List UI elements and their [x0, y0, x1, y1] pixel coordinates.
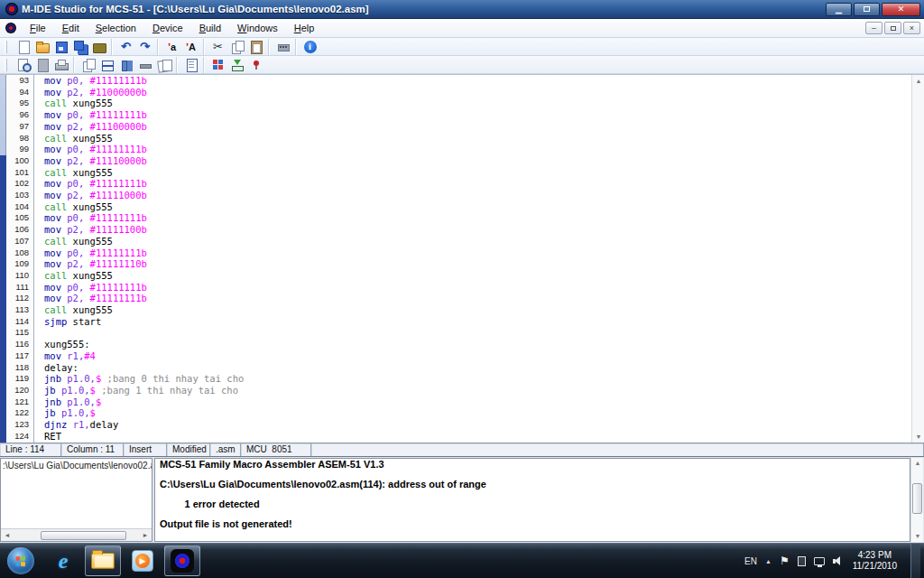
- toolbar-group: ✂: [206, 39, 269, 55]
- output-line: [160, 489, 910, 499]
- lowercase-button[interactable]: ’a: [162, 39, 181, 55]
- menu-build[interactable]: Build: [191, 21, 229, 35]
- redo-button[interactable]: ↷: [135, 39, 154, 55]
- mdi-close-button[interactable]: ×: [903, 22, 920, 34]
- code-line: mov p0, #11111111b: [35, 282, 911, 294]
- about-button[interactable]: i: [300, 39, 319, 55]
- toolbar-group: [179, 57, 204, 73]
- code-area[interactable]: mov p0, #11111111bmov p2, #11000000bcall…: [35, 75, 911, 443]
- toolbar-group: [11, 57, 74, 73]
- file-list-item[interactable]: :\Users\Lu Gia\Documents\lenovo02.asm: [1, 459, 152, 471]
- scroll-up-icon[interactable]: ▲: [911, 458, 924, 469]
- toolbar-grip[interactable]: [5, 41, 7, 53]
- columns-icon: [119, 58, 134, 72]
- print-icon: [54, 58, 69, 72]
- scroll-down-icon[interactable]: ▼: [911, 531, 924, 542]
- duplicate-button[interactable]: [79, 57, 97, 73]
- windows-logo-icon: [16, 555, 26, 566]
- close-button[interactable]: ✕: [882, 3, 920, 16]
- copy-button[interactable]: [227, 39, 246, 55]
- document-icon: [5, 23, 16, 33]
- menu-device[interactable]: Device: [144, 21, 191, 35]
- file-list: :\Users\Lu Gia\Documents\lenovo02.asm: [1, 459, 152, 471]
- menu-windows[interactable]: Windows: [229, 21, 286, 35]
- build-output-panel[interactable]: MCS-51 Family Macro Assembler ASEM-51 V1…: [154, 458, 910, 542]
- save-button[interactable]: [51, 39, 70, 55]
- notes-button[interactable]: [181, 57, 200, 73]
- columns-button[interactable]: [116, 57, 135, 73]
- action-center-icon[interactable]: ⚑: [780, 555, 790, 567]
- show-desktop-button[interactable]: [910, 544, 920, 578]
- open-file-icon: [35, 40, 50, 54]
- assemble-button[interactable]: [208, 57, 227, 73]
- line-number: 94: [6, 87, 33, 98]
- paste-button[interactable]: [246, 39, 265, 55]
- vscroll-thumb[interactable]: [912, 483, 922, 514]
- toolbar-grip[interactable]: [5, 59, 7, 71]
- file-list-panel[interactable]: :\Users\Lu Gia\Documents\lenovo02.asm ◄ …: [0, 458, 152, 542]
- language-indicator[interactable]: EN: [744, 556, 757, 566]
- open-file-button[interactable]: [32, 39, 51, 55]
- page-setup-button[interactable]: [32, 57, 51, 73]
- volume-icon[interactable]: [833, 556, 845, 566]
- close-file-button[interactable]: [89, 39, 108, 55]
- print-button[interactable]: [51, 57, 70, 73]
- minimize-button[interactable]: ▁: [826, 3, 852, 16]
- redo-icon: ↷: [138, 40, 152, 54]
- hscroll-thumb[interactable]: [41, 531, 126, 540]
- taskbar-item-media-player[interactable]: ▶: [125, 545, 161, 576]
- editor-vertical-scrollbar[interactable]: ▲ ▼: [911, 75, 924, 443]
- duplicate-icon: [81, 58, 96, 72]
- mdi-restore-button[interactable]: [884, 22, 901, 34]
- tray-time: 4:23 PM: [858, 550, 892, 560]
- mdi-minimize-button[interactable]: –: [865, 22, 882, 34]
- uppercase-button[interactable]: ’A: [181, 39, 200, 55]
- code-line: mov p2, #11110000b: [35, 155, 911, 167]
- taskbar-item-explorer[interactable]: [85, 545, 121, 576]
- debug-button[interactable]: [246, 57, 265, 73]
- load-hex-button[interactable]: [227, 57, 246, 73]
- new-file-button[interactable]: [14, 39, 32, 55]
- scroll-left-icon[interactable]: ◄: [1, 532, 14, 538]
- menu-help[interactable]: Help: [286, 21, 323, 35]
- network-icon[interactable]: [814, 557, 825, 565]
- line-number: 123: [6, 419, 33, 431]
- window-title: M-IDE Studio for MCS-51 - [C:\Users\Lu G…: [22, 4, 820, 14]
- scroll-up-icon[interactable]: ▲: [912, 75, 924, 87]
- file-list-hscrollbar[interactable]: ◄ ►: [1, 528, 152, 541]
- toolbar-group: ↶↷: [114, 39, 158, 55]
- cut-button[interactable]: ✂: [208, 39, 227, 55]
- join-lines-button[interactable]: [135, 57, 154, 73]
- undo-icon: ↶: [119, 40, 134, 54]
- menu-selection[interactable]: Selection: [88, 21, 144, 35]
- line-number: 111: [6, 282, 33, 294]
- scroll-down-icon[interactable]: ▼: [912, 431, 924, 443]
- taskbar-item-internet-explorer[interactable]: e: [45, 545, 81, 576]
- line-number: 110: [6, 270, 33, 282]
- line-number: 97: [6, 121, 33, 133]
- options-button[interactable]: [273, 39, 292, 55]
- code-editor[interactable]: 9394959697989910010110210310410510610710…: [0, 74, 924, 443]
- split-window-button[interactable]: [97, 57, 116, 73]
- code-line: call xung555: [35, 201, 911, 213]
- show-hidden-icons-button[interactable]: ▲: [765, 558, 772, 564]
- scroll-right-icon[interactable]: ►: [139, 532, 152, 538]
- code-line: delay:: [35, 362, 911, 374]
- document-tray-icon[interactable]: [798, 556, 806, 566]
- menu-file[interactable]: File: [22, 21, 54, 35]
- menu-edit[interactable]: Edit: [54, 21, 88, 35]
- page-setup-icon: [35, 58, 50, 72]
- copy-pages-button[interactable]: [154, 57, 173, 73]
- clock[interactable]: 4:23 PM 11/21/2010: [853, 550, 897, 572]
- maximize-button[interactable]: [854, 3, 880, 16]
- taskbar-item-mide-studio[interactable]: [164, 545, 200, 576]
- maximize-icon: [864, 6, 870, 12]
- notes-icon: [184, 58, 199, 72]
- status-segment: Column : 11: [61, 443, 124, 457]
- title-bar[interactable]: M-IDE Studio for MCS-51 - [C:\Users\Lu G…: [0, 0, 924, 19]
- output-vertical-scrollbar[interactable]: ▲ ▼: [910, 458, 923, 542]
- undo-button[interactable]: ↶: [116, 39, 135, 55]
- print-preview-button[interactable]: [14, 57, 32, 73]
- save-all-button[interactable]: [70, 39, 89, 55]
- start-button[interactable]: [7, 547, 34, 574]
